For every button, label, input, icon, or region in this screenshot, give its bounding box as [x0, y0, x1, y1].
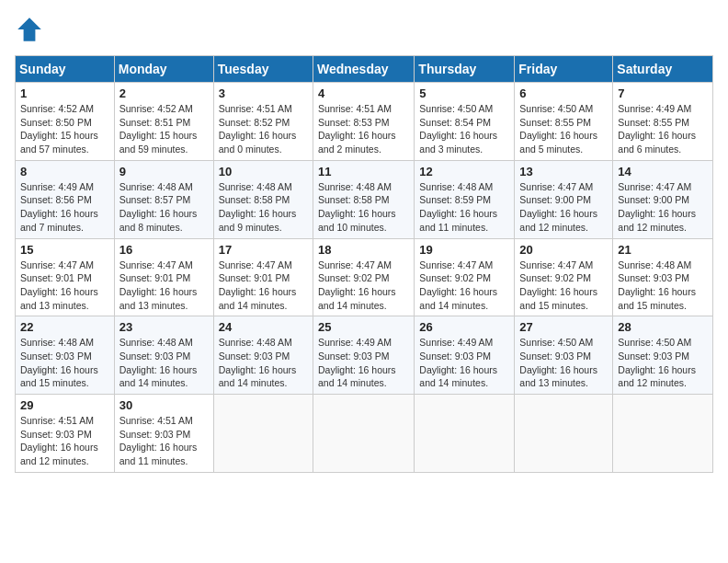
- calendar-cell: 29Sunrise: 4:51 AM Sunset: 9:03 PM Dayli…: [16, 395, 115, 473]
- day-number: 30: [119, 398, 209, 412]
- calendar-week-1: 1Sunrise: 4:52 AM Sunset: 8:50 PM Daylig…: [16, 83, 713, 161]
- day-number: 23: [119, 320, 209, 334]
- day-number: 1: [20, 86, 109, 100]
- calendar-week-4: 22Sunrise: 4:48 AM Sunset: 9:03 PM Dayli…: [16, 316, 713, 395]
- day-info: Sunrise: 4:51 AM Sunset: 9:03 PM Dayligh…: [119, 414, 209, 468]
- header-day-monday: Monday: [114, 56, 213, 83]
- day-info: Sunrise: 4:52 AM Sunset: 8:51 PM Dayligh…: [119, 102, 209, 156]
- day-number: 19: [419, 243, 509, 257]
- day-info: Sunrise: 4:47 AM Sunset: 9:01 PM Dayligh…: [20, 259, 109, 313]
- day-info: Sunrise: 4:48 AM Sunset: 8:59 PM Dayligh…: [419, 180, 509, 235]
- day-number: 17: [219, 243, 308, 257]
- calendar-week-3: 15Sunrise: 4:47 AM Sunset: 9:01 PM Dayli…: [16, 238, 713, 316]
- calendar-cell: 2Sunrise: 4:52 AM Sunset: 8:51 PM Daylig…: [114, 83, 213, 161]
- calendar-cell: [415, 395, 515, 473]
- day-info: Sunrise: 4:47 AM Sunset: 9:00 PM Dayligh…: [519, 180, 608, 235]
- header-day-friday: Friday: [515, 56, 613, 83]
- day-number: 5: [419, 86, 509, 100]
- calendar-cell: 19Sunrise: 4:47 AM Sunset: 9:02 PM Dayli…: [415, 238, 515, 316]
- calendar-cell: 24Sunrise: 4:48 AM Sunset: 9:03 PM Dayli…: [213, 316, 313, 395]
- day-info: Sunrise: 4:47 AM Sunset: 9:02 PM Dayligh…: [318, 259, 409, 313]
- calendar-week-2: 8Sunrise: 4:49 AM Sunset: 8:56 PM Daylig…: [16, 160, 713, 238]
- day-number: 10: [219, 165, 308, 178]
- day-info: Sunrise: 4:47 AM Sunset: 9:00 PM Dayligh…: [618, 180, 708, 235]
- calendar-cell: 20Sunrise: 4:47 AM Sunset: 9:02 PM Dayli…: [515, 238, 613, 316]
- calendar-cell: 27Sunrise: 4:50 AM Sunset: 9:03 PM Dayli…: [515, 316, 613, 395]
- day-info: Sunrise: 4:48 AM Sunset: 8:57 PM Dayligh…: [119, 180, 209, 235]
- day-info: Sunrise: 4:50 AM Sunset: 8:55 PM Dayligh…: [519, 102, 608, 156]
- day-info: Sunrise: 4:50 AM Sunset: 8:54 PM Dayligh…: [419, 102, 509, 156]
- calendar-cell: [213, 395, 313, 473]
- calendar-cell: 21Sunrise: 4:48 AM Sunset: 9:03 PM Dayli…: [613, 238, 713, 316]
- header-day-sunday: Sunday: [16, 56, 115, 83]
- day-number: 21: [618, 243, 708, 257]
- day-info: Sunrise: 4:48 AM Sunset: 9:03 PM Dayligh…: [618, 259, 708, 313]
- svg-marker-0: [17, 17, 41, 41]
- header-day-saturday: Saturday: [613, 56, 713, 83]
- calendar-cell: [515, 395, 613, 473]
- day-number: 25: [318, 320, 409, 334]
- day-number: 7: [618, 86, 708, 100]
- calendar-cell: 6Sunrise: 4:50 AM Sunset: 8:55 PM Daylig…: [515, 83, 613, 161]
- day-info: Sunrise: 4:47 AM Sunset: 9:02 PM Dayligh…: [419, 259, 509, 313]
- calendar-cell: 10Sunrise: 4:48 AM Sunset: 8:58 PM Dayli…: [213, 160, 313, 238]
- day-number: 28: [618, 320, 708, 334]
- day-info: Sunrise: 4:51 AM Sunset: 8:53 PM Dayligh…: [318, 102, 409, 156]
- calendar-cell: 22Sunrise: 4:48 AM Sunset: 9:03 PM Dayli…: [16, 316, 115, 395]
- calendar-header: SundayMondayTuesdayWednesdayThursdayFrid…: [16, 56, 713, 83]
- calendar-cell: 25Sunrise: 4:49 AM Sunset: 9:03 PM Dayli…: [313, 316, 414, 395]
- day-info: Sunrise: 4:49 AM Sunset: 8:56 PM Dayligh…: [20, 180, 109, 235]
- day-info: Sunrise: 4:47 AM Sunset: 9:01 PM Dayligh…: [119, 259, 209, 313]
- day-info: Sunrise: 4:48 AM Sunset: 9:03 PM Dayligh…: [20, 336, 109, 390]
- calendar-body: 1Sunrise: 4:52 AM Sunset: 8:50 PM Daylig…: [16, 83, 713, 473]
- day-info: Sunrise: 4:48 AM Sunset: 8:58 PM Dayligh…: [318, 180, 409, 235]
- day-info: Sunrise: 4:49 AM Sunset: 9:03 PM Dayligh…: [318, 336, 409, 390]
- day-number: 8: [20, 165, 109, 178]
- calendar-cell: 16Sunrise: 4:47 AM Sunset: 9:01 PM Dayli…: [114, 238, 213, 316]
- calendar-week-5: 29Sunrise: 4:51 AM Sunset: 9:03 PM Dayli…: [16, 395, 713, 473]
- day-number: 27: [519, 320, 608, 334]
- calendar-cell: 23Sunrise: 4:48 AM Sunset: 9:03 PM Dayli…: [114, 316, 213, 395]
- header-day-thursday: Thursday: [415, 56, 515, 83]
- calendar-cell: 5Sunrise: 4:50 AM Sunset: 8:54 PM Daylig…: [415, 83, 515, 161]
- day-number: 2: [119, 86, 209, 100]
- day-number: 16: [119, 243, 209, 257]
- day-info: Sunrise: 4:47 AM Sunset: 9:02 PM Dayligh…: [519, 259, 608, 313]
- calendar-cell: 3Sunrise: 4:51 AM Sunset: 8:52 PM Daylig…: [213, 83, 313, 161]
- day-number: 9: [119, 165, 209, 178]
- day-number: 18: [318, 243, 409, 257]
- calendar-cell: [313, 395, 414, 473]
- calendar-cell: 7Sunrise: 4:49 AM Sunset: 8:55 PM Daylig…: [613, 83, 713, 161]
- calendar-cell: 11Sunrise: 4:48 AM Sunset: 8:58 PM Dayli…: [313, 160, 414, 238]
- day-number: 24: [219, 320, 308, 334]
- day-info: Sunrise: 4:48 AM Sunset: 9:03 PM Dayligh…: [119, 336, 209, 390]
- calendar-cell: 28Sunrise: 4:50 AM Sunset: 9:03 PM Dayli…: [613, 316, 713, 395]
- day-number: 4: [318, 86, 409, 100]
- calendar-cell: 18Sunrise: 4:47 AM Sunset: 9:02 PM Dayli…: [313, 238, 414, 316]
- logo: [15, 15, 48, 44]
- day-number: 13: [519, 165, 608, 178]
- calendar-cell: 4Sunrise: 4:51 AM Sunset: 8:53 PM Daylig…: [313, 83, 414, 161]
- header-day-tuesday: Tuesday: [213, 56, 313, 83]
- day-info: Sunrise: 4:50 AM Sunset: 9:03 PM Dayligh…: [618, 336, 708, 390]
- day-number: 12: [419, 165, 509, 178]
- day-number: 6: [519, 86, 608, 100]
- day-number: 14: [618, 165, 708, 178]
- calendar-cell: 1Sunrise: 4:52 AM Sunset: 8:50 PM Daylig…: [16, 83, 115, 161]
- calendar-cell: 12Sunrise: 4:48 AM Sunset: 8:59 PM Dayli…: [415, 160, 515, 238]
- page-header: [15, 15, 713, 44]
- day-info: Sunrise: 4:51 AM Sunset: 8:52 PM Dayligh…: [219, 102, 308, 156]
- day-number: 15: [20, 243, 109, 257]
- day-info: Sunrise: 4:52 AM Sunset: 8:50 PM Dayligh…: [20, 102, 109, 156]
- calendar-cell: 26Sunrise: 4:49 AM Sunset: 9:03 PM Dayli…: [415, 316, 515, 395]
- day-info: Sunrise: 4:49 AM Sunset: 9:03 PM Dayligh…: [419, 336, 509, 390]
- day-info: Sunrise: 4:47 AM Sunset: 9:01 PM Dayligh…: [219, 259, 308, 313]
- calendar-cell: 8Sunrise: 4:49 AM Sunset: 8:56 PM Daylig…: [16, 160, 115, 238]
- header-row: SundayMondayTuesdayWednesdayThursdayFrid…: [16, 56, 713, 83]
- day-number: 29: [20, 398, 109, 412]
- day-number: 11: [318, 165, 409, 178]
- day-info: Sunrise: 4:48 AM Sunset: 8:58 PM Dayligh…: [219, 180, 308, 235]
- calendar-cell: 13Sunrise: 4:47 AM Sunset: 9:00 PM Dayli…: [515, 160, 613, 238]
- day-number: 3: [219, 86, 308, 100]
- calendar-table: SundayMondayTuesdayWednesdayThursdayFrid…: [15, 55, 713, 473]
